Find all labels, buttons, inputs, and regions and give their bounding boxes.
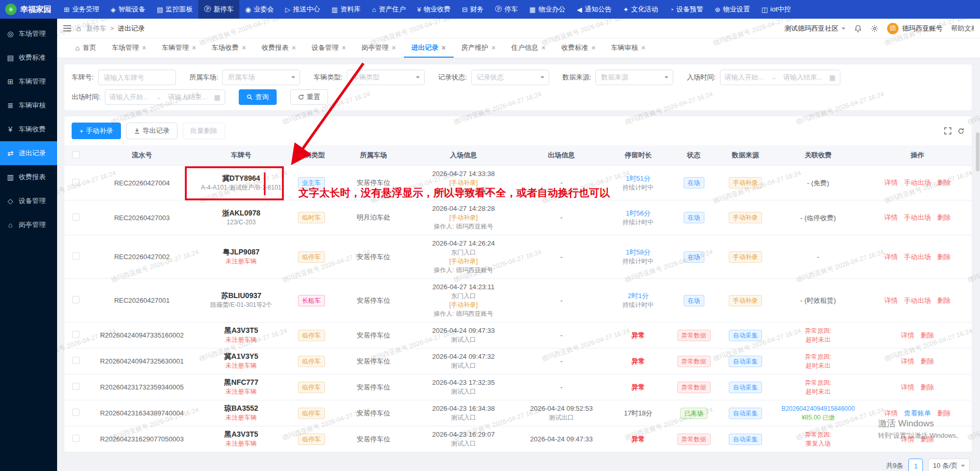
row-checkbox[interactable]	[72, 435, 79, 442]
community-select[interactable]: 测试德玛西亚社区	[784, 24, 846, 33]
vehicle-type-select[interactable]: 车辆类型	[347, 70, 425, 85]
reset-button[interactable]: 重置	[290, 89, 328, 105]
close-icon[interactable]: ×	[591, 44, 595, 52]
topnav-item-push-center[interactable]: ▷推送中心	[280, 0, 326, 19]
sidebar-item-booth-mgmt[interactable]: ⌂岗亭管理	[0, 213, 57, 237]
exit-time-range[interactable]: 请输入开始... → 请输入结束... ▦	[105, 89, 225, 105]
close-icon[interactable]: ×	[292, 44, 296, 52]
home-icon[interactable]: ⌂	[76, 24, 81, 33]
sidebar-item-entry-exit-records[interactable]: ⇄进出记录	[0, 141, 57, 165]
lot-select[interactable]: 所属车场	[222, 70, 300, 85]
tab-resident-info[interactable]: 住户信息×	[503, 38, 553, 58]
page-1-button[interactable]: 1	[908, 459, 923, 471]
close-icon[interactable]: ×	[242, 44, 246, 52]
action-delete[interactable]: 删除	[920, 383, 934, 391]
topnav-item-property-settings[interactable]: ⊛物业设置	[709, 0, 756, 19]
action-view-bill[interactable]: 查看账单	[904, 409, 931, 417]
topnav-item-business-accept[interactable]: ⊞业务受理	[58, 0, 105, 19]
collapse-menu-icon[interactable]	[63, 25, 71, 32]
refresh-icon[interactable]	[958, 128, 964, 134]
export-button[interactable]: 导出记录	[126, 123, 178, 139]
action-detail[interactable]: 详情	[901, 383, 914, 391]
row-checkbox[interactable]	[72, 357, 79, 364]
tab-home[interactable]: ⌂首页	[67, 38, 104, 58]
topnav-item-monitor-panel[interactable]: ▤监控面板	[151, 0, 198, 19]
row-checkbox[interactable]	[72, 383, 79, 390]
tab-vehicle-audit[interactable]: 车辆审核×	[603, 38, 653, 58]
search-button[interactable]: 查询	[239, 89, 277, 105]
sidebar-item-vehicle-mgmt[interactable]: ⊞车辆管理	[0, 70, 57, 93]
tab-parking-fee[interactable]: 车场收费×	[204, 38, 254, 58]
close-icon[interactable]: ×	[541, 44, 546, 52]
action-detail[interactable]: 详情	[884, 253, 897, 261]
row-checkbox[interactable]	[72, 252, 79, 260]
action-detail[interactable]: 详情	[884, 297, 897, 304]
action-manual-exit[interactable]: 手动出场	[904, 297, 931, 304]
action-delete[interactable]: 删除	[920, 331, 934, 339]
action-delete[interactable]: 删除	[937, 297, 950, 304]
topnav-item-finance[interactable]: ⊟财务	[456, 0, 489, 19]
row-checkbox[interactable]	[72, 179, 79, 186]
gear-icon[interactable]	[870, 24, 879, 33]
action-delete[interactable]: 删除	[937, 409, 950, 417]
action-delete[interactable]: 删除	[937, 179, 950, 186]
action-delete[interactable]: 删除	[920, 357, 934, 365]
topnav-item-property-office[interactable]: ▦物业办公	[524, 0, 571, 19]
account-menu[interactable]: 德 德玛西亚账号	[887, 23, 943, 34]
record-status-select[interactable]: 记录状态	[471, 70, 549, 85]
tab-parking-lot-mgmt[interactable]: 车场管理×	[104, 38, 154, 58]
topnav-item-smart-device[interactable]: ◈智能设备	[105, 0, 151, 19]
vertical-scrollbar[interactable]	[976, 132, 979, 171]
topnav-item-notice[interactable]: ◀通知公告	[571, 0, 617, 19]
action-detail[interactable]: 详情	[901, 331, 914, 339]
sidebar-item-vehicle-audit[interactable]: ≣车辆审核	[0, 93, 57, 117]
topnav-item-asset-resident[interactable]: ⌂资产住户	[366, 0, 412, 19]
row-checkbox[interactable]	[72, 213, 79, 221]
row-checkbox[interactable]	[72, 409, 79, 416]
topnav-item-parking[interactable]: Ⓟ停车	[489, 0, 524, 19]
close-icon[interactable]: ×	[442, 44, 446, 52]
tab-device-mgmt[interactable]: 设备管理×	[304, 38, 353, 58]
close-icon[interactable]: ×	[142, 44, 146, 52]
bill-link[interactable]: B20260424094915846000	[775, 405, 861, 413]
topnav-item-owners-committee[interactable]: ◉业委会	[239, 0, 279, 19]
action-detail[interactable]: 详情	[884, 179, 897, 186]
topnav-item-new-parking[interactable]: Ⓟ新停车	[198, 0, 239, 19]
action-manual-exit[interactable]: 手动出场	[904, 179, 931, 186]
close-icon[interactable]: ×	[391, 44, 396, 52]
topnav-item-culture[interactable]: ✦文化活动	[617, 0, 664, 19]
topnav-item-device-alert[interactable]: ◔设备预警	[664, 0, 709, 19]
tab-vehicle-mgmt[interactable]: 车辆管理×	[154, 38, 204, 58]
action-detail[interactable]: 详情	[884, 409, 897, 417]
action-detail[interactable]: 详情	[901, 357, 914, 365]
close-icon[interactable]: ×	[192, 44, 196, 52]
close-icon[interactable]: ×	[641, 44, 645, 52]
fullscreen-icon[interactable]	[944, 127, 951, 134]
bell-icon[interactable]	[854, 24, 862, 33]
batch-delete-button[interactable]: 批量删除	[183, 123, 225, 139]
action-detail[interactable]: 详情	[884, 213, 897, 221]
topnav-item-library[interactable]: ▥资料库	[326, 0, 366, 19]
sidebar-item-vehicle-fee[interactable]: ¥车辆收费	[0, 117, 57, 141]
action-manual-exit[interactable]: 手动出场	[904, 253, 931, 261]
sidebar-item-parking-lot-mgmt[interactable]: ◎车场管理	[0, 22, 57, 46]
tab-booth-mgmt[interactable]: 岗亭管理×	[353, 38, 403, 58]
source-select[interactable]: 数据来源	[595, 70, 673, 85]
close-icon[interactable]: ×	[492, 44, 496, 52]
tab-entry-exit-records[interactable]: 进出记录×	[404, 38, 454, 58]
close-icon[interactable]: ×	[342, 44, 346, 52]
tab-property-maintain[interactable]: 房产维护×	[454, 38, 503, 58]
sidebar-item-fee-report[interactable]: ▥收费报表	[0, 165, 57, 189]
plate-input[interactable]	[98, 70, 176, 85]
topnav-item-property-fee[interactable]: ¥物业收费	[412, 0, 456, 19]
row-checkbox[interactable]	[72, 331, 79, 338]
action-manual-exit[interactable]: 手动出场	[904, 213, 931, 221]
sidebar-item-fee-standard[interactable]: ▤收费标准	[0, 46, 57, 70]
help-doc-link[interactable]: 帮助文档	[951, 24, 974, 33]
sidebar-item-device-mgmt[interactable]: ◇设备管理	[0, 189, 57, 213]
action-delete[interactable]: 删除	[937, 253, 950, 261]
select-all-checkbox[interactable]	[72, 151, 79, 158]
page-size-select[interactable]: 10 条/页	[928, 459, 970, 471]
entry-time-range[interactable]: 请输入开始... → 请输入结束... ▦	[720, 70, 840, 85]
manual-entry-button[interactable]: + 手动补录	[72, 123, 121, 139]
